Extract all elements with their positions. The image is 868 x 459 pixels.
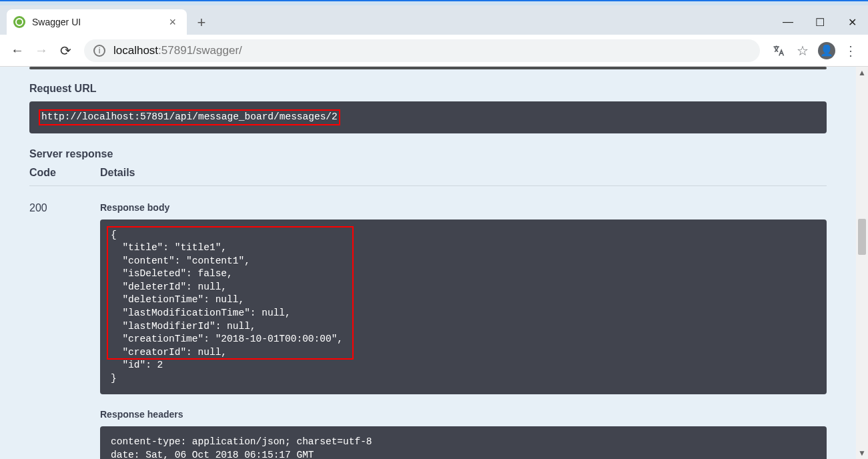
response-table: Code Details 200 Response body { "title"… [29, 167, 827, 459]
request-url-heading: Request URL [29, 83, 827, 95]
window-titlebar-accent [0, 0, 868, 5]
reload-button[interactable]: ⟳ [53, 39, 77, 63]
scroll-down-arrow-icon[interactable]: ▼ [856, 447, 868, 459]
window-maximize-button[interactable]: ☐ [804, 9, 836, 35]
details-column: Response body { "title": "title1", "cont… [100, 202, 827, 459]
browser-toolbar: ← → ⟳ i localhost:57891/swagger/ ☆ 👤 ⋮ [0, 35, 868, 67]
back-button[interactable]: ← [5, 39, 29, 63]
section-divider [29, 67, 827, 69]
server-response-heading: Server response [29, 148, 827, 160]
request-url-box: http://localhost:57891/api/message_board… [29, 101, 827, 133]
scroll-up-arrow-icon[interactable]: ▲ [856, 67, 868, 79]
vertical-scrollbar[interactable]: ▲ ▼ [856, 67, 868, 459]
tab-close-icon[interactable]: × [165, 15, 180, 29]
status-code: 200 [29, 202, 100, 459]
content-area: Request URL http://localhost:57891/api/m… [0, 67, 868, 459]
browser-window: Swagger UI × + — ☐ ✕ ← → ⟳ i localhost:5… [0, 0, 868, 459]
response-headers-heading: Response headers [100, 409, 827, 420]
site-info-icon[interactable]: i [93, 45, 105, 57]
url-host: localhost [113, 44, 158, 57]
swagger-favicon-icon [13, 16, 25, 28]
details-column-header: Details [100, 167, 135, 179]
response-row: 200 Response body { "title": "title1", "… [29, 186, 827, 459]
request-url-value: http://localhost:57891/api/message_board… [40, 111, 339, 124]
window-minimize-button[interactable]: — [772, 9, 804, 35]
response-body-box: { "title": "title1", "content": "content… [100, 219, 827, 395]
new-tab-button[interactable]: + [191, 12, 212, 33]
tab-strip: Swagger UI × + — ☐ ✕ [0, 5, 868, 35]
tab-title: Swagger UI [32, 17, 165, 27]
response-table-header: Code Details [29, 167, 827, 186]
profile-avatar[interactable]: 👤 [815, 39, 839, 63]
browser-tab[interactable]: Swagger UI × [7, 9, 187, 35]
address-bar[interactable]: i localhost:57891/swagger/ [84, 39, 760, 62]
scroll-thumb[interactable] [858, 219, 866, 255]
bookmark-star-icon[interactable]: ☆ [791, 39, 815, 63]
code-column-header: Code [29, 167, 100, 179]
response-headers-box: content-type: application/json; charset=… [100, 426, 827, 459]
response-body-heading: Response body [100, 202, 827, 213]
url-path: :57891/swagger/ [158, 44, 242, 57]
window-controls: — ☐ ✕ [772, 9, 868, 35]
translate-icon[interactable] [767, 39, 791, 63]
forward-button[interactable]: → [29, 39, 53, 63]
menu-kebab-icon[interactable]: ⋮ [839, 39, 863, 63]
window-close-button[interactable]: ✕ [836, 9, 868, 35]
swagger-page: Request URL http://localhost:57891/api/m… [0, 67, 856, 459]
